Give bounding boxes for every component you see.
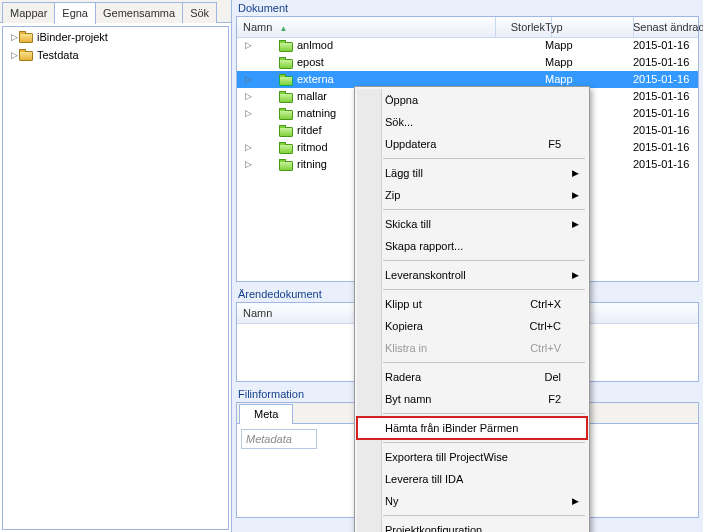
expand-icon[interactable]: ▷ — [243, 156, 253, 173]
row-name-label: ritning — [297, 156, 327, 173]
folder-icon — [279, 57, 293, 69]
expand-icon[interactable]: ▷ — [243, 71, 253, 88]
menu-item-shortcut: F2 — [548, 388, 561, 410]
menu-item-label: Exportera till ProjectWise — [385, 451, 508, 463]
tab-meta[interactable]: Meta — [239, 404, 293, 424]
expand-icon[interactable]: ▷ — [9, 32, 19, 42]
menu-item-label: Radera — [385, 371, 421, 383]
menu-separator — [383, 515, 585, 516]
cell-date: 2015-01-16 — [627, 37, 703, 54]
menu-item[interactable]: Zip▶ — [357, 184, 587, 206]
cell-date: 2015-01-16 — [627, 122, 703, 139]
submenu-arrow-icon: ▶ — [572, 213, 579, 235]
context-menu: ÖppnaSök...UppdateraF5Lägg till▶Zip▶Skic… — [354, 86, 590, 532]
row-name-label: matning — [297, 105, 336, 122]
menu-separator — [383, 442, 585, 443]
submenu-arrow-icon: ▶ — [572, 162, 579, 184]
tab-gemensamma[interactable]: Gemensamma — [95, 2, 183, 23]
menu-item-label: Hämta från iBinder Pärmen — [385, 422, 518, 434]
menu-item[interactable]: Skicka till▶ — [357, 213, 587, 235]
cell-date: 2015-01-16 — [627, 54, 703, 71]
cell-date: 2015-01-16 — [627, 88, 703, 105]
cell-date: 2015-01-16 — [627, 139, 703, 156]
menu-separator — [383, 260, 585, 261]
menu-item[interactable]: Exportera till ProjectWise — [357, 446, 587, 468]
row-name-label: ritdef — [297, 122, 321, 139]
folder-icon — [19, 49, 33, 61]
folder-tree[interactable]: ▷ iBinder-projekt ▷ Testdata — [2, 26, 229, 530]
menu-item[interactable]: Byt namnF2 — [357, 388, 587, 410]
tab-egna[interactable]: Egna — [54, 2, 96, 24]
menu-item-label: Sök... — [385, 116, 413, 128]
expand-icon[interactable]: ▷ — [243, 88, 253, 105]
menu-item-shortcut: Ctrl+V — [530, 337, 561, 359]
tab-sok[interactable]: Sök — [182, 2, 217, 23]
menu-item-label: Öppna — [385, 94, 418, 106]
cell-typ: Mapp — [539, 37, 633, 54]
table-row[interactable]: epostMapp2015-01-16 — [237, 54, 698, 71]
expand-icon[interactable]: ▷ — [243, 105, 253, 122]
menu-item[interactable]: Ny▶ — [357, 490, 587, 512]
table-row[interactable]: ▷anlmodMapp2015-01-16 — [237, 37, 698, 54]
menu-separator — [383, 289, 585, 290]
menu-item: Klistra inCtrl+V — [357, 337, 587, 359]
expand-icon[interactable]: ▷ — [9, 50, 19, 60]
menu-item-label: Byt namn — [385, 393, 431, 405]
row-name-label: ritmod — [297, 139, 328, 156]
menu-separator — [383, 158, 585, 159]
menu-item-label: Klistra in — [385, 342, 427, 354]
menu-item[interactable]: UppdateraF5 — [357, 133, 587, 155]
menu-item[interactable]: Skapa rapport... — [357, 235, 587, 257]
menu-separator — [383, 413, 585, 414]
menu-item-label: Zip — [385, 189, 400, 201]
tree-item-label: Testdata — [33, 49, 79, 61]
menu-item-label: Kopiera — [385, 320, 423, 332]
dokument-column-headers: Namn ▲ Storlek Typ Senast ändrad — [237, 17, 698, 38]
tree-item-ibinder[interactable]: ▷ iBinder-projekt — [3, 29, 228, 45]
col-header-modified[interactable]: Senast ändrad — [627, 17, 703, 37]
cell-date: 2015-01-16 — [627, 156, 703, 173]
row-name-label: mallar — [297, 88, 327, 105]
menu-item-label: Skapa rapport... — [385, 240, 463, 252]
submenu-arrow-icon: ▶ — [572, 184, 579, 206]
folder-icon — [279, 125, 293, 137]
expand-icon[interactable]: ▷ — [243, 139, 253, 156]
menu-item-label: Ny — [385, 495, 398, 507]
menu-separator — [383, 209, 585, 210]
menu-item-label: Uppdatera — [385, 138, 436, 150]
menu-item-shortcut: Del — [544, 366, 561, 388]
menu-item[interactable]: Klipp utCtrl+X — [357, 293, 587, 315]
menu-item[interactable]: RaderaDel — [357, 366, 587, 388]
row-name-label: epost — [297, 54, 324, 71]
menu-item[interactable]: Sök... — [357, 111, 587, 133]
expand-icon[interactable]: ▷ — [243, 37, 253, 54]
menu-item[interactable]: Projektkonfiguration... — [357, 519, 587, 532]
menu-item[interactable]: Leveranskontroll▶ — [357, 264, 587, 286]
submenu-arrow-icon: ▶ — [572, 490, 579, 512]
tree-item-label: iBinder-projekt — [33, 31, 108, 43]
menu-item-label: Leveranskontroll — [385, 269, 466, 281]
menu-item[interactable]: Lägg till▶ — [357, 162, 587, 184]
metadata-input[interactable]: Metadata — [241, 429, 317, 449]
submenu-arrow-icon: ▶ — [572, 264, 579, 286]
menu-item[interactable]: Öppna — [357, 89, 587, 111]
menu-item-label: Skicka till — [385, 218, 431, 230]
col-header-namn[interactable]: Namn ▲ — [237, 17, 496, 37]
dokument-title: Dokument — [232, 0, 703, 14]
tree-item-testdata[interactable]: ▷ Testdata — [3, 47, 228, 63]
folder-icon — [279, 74, 293, 86]
menu-item-shortcut: Ctrl+C — [530, 315, 561, 337]
row-name-label: anlmod — [297, 37, 333, 54]
sort-ascending-icon: ▲ — [279, 24, 287, 33]
col-header-typ[interactable]: Typ — [539, 17, 634, 37]
menu-item-label: Leverera till IDA — [385, 473, 463, 485]
folder-icon — [279, 40, 293, 52]
menu-item[interactable]: Hämta från iBinder Pärmen — [357, 417, 587, 439]
menu-separator — [383, 362, 585, 363]
left-pane: MapparEgnaGemensammaSök ▷ iBinder-projek… — [0, 0, 232, 532]
folder-icon — [19, 31, 33, 43]
menu-item[interactable]: Leverera till IDA — [357, 468, 587, 490]
menu-item[interactable]: KopieraCtrl+C — [357, 315, 587, 337]
menu-item-label: Klipp ut — [385, 298, 422, 310]
tab-mappar[interactable]: Mappar — [2, 2, 55, 23]
